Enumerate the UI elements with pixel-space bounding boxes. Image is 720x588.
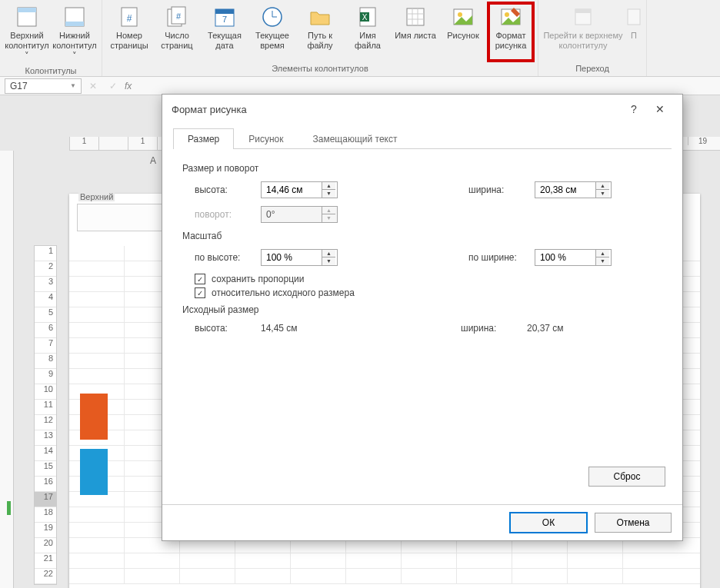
tab-picture[interactable]: Рисунок (234, 128, 298, 149)
scale-height-input[interactable]: ▲▼ (261, 249, 338, 266)
spin-down-icon[interactable]: ▼ (322, 257, 335, 265)
file-path-button[interactable]: Путь к файлу (296, 2, 344, 62)
group-label-elements: Элементы колонтитулов (270, 62, 370, 75)
picture-button[interactable]: Рисунок (439, 2, 487, 62)
header-section-label: Верхний (78, 192, 115, 201)
checkmark-icon: ✓ (195, 274, 205, 284)
value-orig-height: 14,45 см (261, 323, 353, 334)
header-icon (15, 5, 39, 29)
calendar-icon: 7 (212, 5, 237, 29)
group-label-headers: Колонтитулы (24, 65, 78, 77)
label: Рисунок (447, 31, 479, 41)
label-orig-height: высота: (195, 323, 261, 334)
tab-size[interactable]: Размер (173, 128, 234, 149)
spin-up-icon[interactable]: ▲ (596, 182, 609, 190)
rotate-field (262, 207, 322, 222)
ok-button[interactable]: ОК (510, 513, 587, 533)
label-height: высота: (195, 184, 261, 195)
footer-button[interactable]: Нижний колонтитул ˅ (51, 2, 98, 65)
fx-icon[interactable]: fx (125, 81, 132, 91)
svg-point-26 (505, 12, 509, 17)
label: Имя листа (395, 31, 436, 41)
label-scale-width: по ширине: (468, 252, 535, 263)
goto-header-button: Перейти к верхнему колонтитулу (542, 2, 625, 62)
spin-down-icon[interactable]: ▼ (596, 190, 609, 198)
relative-original-checkbox[interactable]: ✓ относительно исходного размера (195, 287, 662, 298)
rotate-input: ▲▼ (261, 206, 338, 223)
current-time-button[interactable]: Текущее время (248, 2, 296, 62)
sheet-icon (403, 5, 428, 29)
height-field[interactable] (262, 182, 322, 198)
svg-rect-3 (65, 22, 84, 26)
excel-file-icon: X (355, 5, 380, 29)
height-input[interactable]: ▲▼ (261, 181, 338, 198)
row-headers[interactable]: 1234 5678 9101112 13141516 17181920 2122 (34, 245, 57, 585)
scale-width-input[interactable]: ▲▼ (535, 249, 612, 266)
label: Перейти к верхнему колонтитулу (543, 31, 623, 51)
svg-rect-29 (628, 9, 640, 25)
label: Число страниц (155, 31, 199, 51)
page-count-icon: # (165, 5, 189, 29)
scale-height-field[interactable] (262, 250, 322, 265)
picture-format-button[interactable]: Формат рисунка (487, 2, 535, 62)
folder-icon (308, 5, 332, 29)
label: Имя файла (345, 31, 390, 51)
ribbon-group-headers: Верхний колонтитул ˅ Нижний колонтитул ˅… (0, 0, 102, 76)
cell-fill-blue (80, 449, 108, 495)
spin-up-icon[interactable]: ▲ (322, 250, 335, 257)
relative-original-label: относительно исходного размера (212, 287, 355, 298)
column-header-a[interactable]: A (150, 155, 156, 166)
value-orig-width: 20,37 см (527, 323, 619, 334)
cell-fill-orange (80, 394, 108, 440)
accept-icon: ✓ (105, 81, 122, 91)
spin-up-icon[interactable]: ▲ (322, 182, 335, 190)
scale-width-field[interactable] (535, 250, 595, 265)
label: Формат рисунка (490, 31, 532, 51)
width-field[interactable] (535, 182, 595, 198)
svg-rect-28 (575, 9, 591, 13)
footer-icon (62, 5, 87, 29)
svg-text:#: # (127, 13, 132, 24)
chevron-down-icon[interactable]: ▼ (70, 82, 76, 89)
section-scale: Масштаб (182, 231, 662, 241)
dialog-titlebar[interactable]: Формат рисунка ? ✕ (162, 95, 682, 124)
spin-down-icon: ▼ (322, 214, 335, 222)
row-selection-indicator (7, 501, 11, 515)
spin-up-icon[interactable]: ▲ (596, 250, 609, 257)
section-original: Исходный размер (182, 304, 662, 315)
dialog-body: Размер и поворот высота: ▲▼ ширина: ▲▼ п… (162, 149, 682, 341)
lock-aspect-checkbox[interactable]: ✓ сохранить пропорции (195, 274, 662, 284)
label: Текущее время (250, 31, 295, 51)
picture-format-icon (498, 5, 523, 29)
page-number-button[interactable]: # Номер страницы (105, 2, 153, 62)
svg-text:7: 7 (222, 15, 227, 24)
name-box[interactable]: G17 ▼ (5, 78, 82, 94)
label: Текущая дата (202, 31, 247, 51)
width-input[interactable]: ▲▼ (535, 181, 612, 198)
ribbon-group-nav: Перейти к верхнему колонтитулу П Переход (538, 0, 647, 76)
label-scale-height: по высоте: (195, 252, 261, 263)
reset-button[interactable]: Сброс (588, 467, 665, 487)
checkmark-icon: ✓ (195, 287, 205, 298)
sheet-name-button[interactable]: Имя листа (392, 2, 439, 62)
help-button[interactable]: ? (621, 98, 647, 120)
svg-rect-1 (18, 8, 36, 12)
page-count-button[interactable]: # Число страниц (153, 2, 201, 62)
label: Путь к файлу (298, 31, 342, 51)
dialog-title: Формат рисунка (172, 104, 247, 115)
label: П (631, 31, 637, 41)
file-name-button[interactable]: X Имя файла (344, 2, 392, 62)
cancel-button[interactable]: Отмена (595, 513, 672, 533)
tab-alt-text[interactable]: Замещающий текст (298, 128, 412, 149)
close-button[interactable]: ✕ (647, 98, 673, 120)
header-button[interactable]: Верхний колонтитул ˅ (3, 2, 51, 65)
label-rotate: поворот: (195, 209, 261, 220)
current-date-button[interactable]: 7 Текущая дата (201, 2, 248, 62)
spin-up-icon: ▲ (322, 207, 335, 214)
page-number-icon: # (117, 5, 142, 29)
svg-text:X: X (362, 13, 368, 22)
spin-down-icon[interactable]: ▼ (322, 190, 335, 198)
spin-down-icon[interactable]: ▼ (596, 257, 609, 265)
svg-text:#: # (176, 12, 182, 21)
format-picture-dialog: Формат рисунка ? ✕ Размер Рисунок Замеща… (162, 94, 683, 541)
